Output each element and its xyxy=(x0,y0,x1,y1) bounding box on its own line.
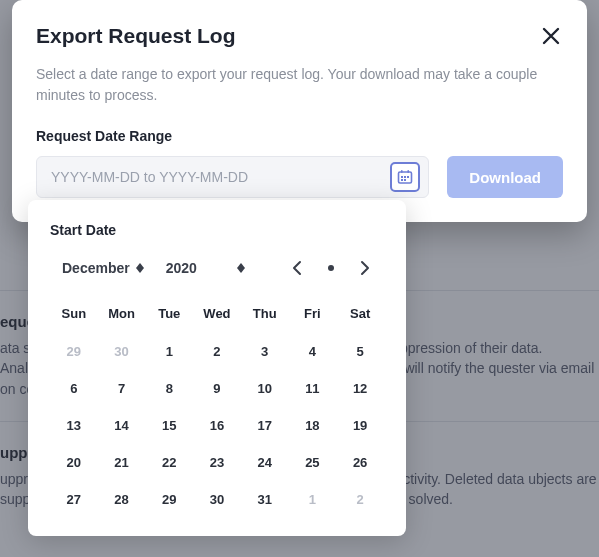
calendar-weekday: Wed xyxy=(193,298,241,333)
year-label: 2020 xyxy=(166,260,197,276)
datepicker-nav xyxy=(288,256,374,280)
modal-description: Select a date range to export your reque… xyxy=(36,64,563,106)
month-select[interactable]: December xyxy=(62,260,144,276)
next-month-button[interactable] xyxy=(356,256,374,280)
calendar-week-row: 293012345 xyxy=(50,333,384,370)
year-select[interactable]: 2020 xyxy=(166,260,245,276)
calendar-grid: SunMonTueWedThuFriSat 293012345678910111… xyxy=(50,298,384,518)
svg-rect-5 xyxy=(407,176,409,178)
sort-icon xyxy=(136,263,144,273)
close-icon xyxy=(541,26,561,46)
calendar-day[interactable]: 25 xyxy=(289,444,337,481)
calendar-day[interactable]: 13 xyxy=(50,407,98,444)
date-range-input[interactable] xyxy=(51,169,390,185)
prev-month-button[interactable] xyxy=(288,256,306,280)
calendar-day[interactable]: 15 xyxy=(145,407,193,444)
calendar-weekday: Sun xyxy=(50,298,98,333)
calendar-day[interactable]: 11 xyxy=(289,370,337,407)
export-modal: Export Request Log Select a date range t… xyxy=(12,0,587,222)
close-button[interactable] xyxy=(539,24,563,48)
month-label: December xyxy=(62,260,130,276)
calendar-day[interactable]: 8 xyxy=(145,370,193,407)
calendar-day[interactable]: 10 xyxy=(241,370,289,407)
calendar-weekday: Thu xyxy=(241,298,289,333)
svg-rect-1 xyxy=(401,170,403,173)
today-dot-icon[interactable] xyxy=(328,265,334,271)
calendar-day[interactable]: 12 xyxy=(336,370,384,407)
calendar-day[interactable]: 2 xyxy=(336,481,384,518)
calendar-weekday: Fri xyxy=(289,298,337,333)
calendar-day[interactable]: 6 xyxy=(50,370,98,407)
chevron-right-icon xyxy=(360,260,370,276)
calendar-day[interactable]: 21 xyxy=(98,444,146,481)
modal-title: Export Request Log xyxy=(36,24,236,48)
calendar-day[interactable]: 31 xyxy=(241,481,289,518)
input-row: Download xyxy=(36,156,563,198)
svg-rect-7 xyxy=(404,179,406,181)
date-range-label: Request Date Range xyxy=(36,128,563,144)
calendar-week-row: 6789101112 xyxy=(50,370,384,407)
calendar-icon xyxy=(397,169,413,185)
date-range-input-wrap xyxy=(36,156,429,198)
svg-rect-6 xyxy=(401,179,403,181)
datepicker-popover: Start Date December 2020 xyxy=(28,200,406,536)
calendar-day[interactable]: 7 xyxy=(98,370,146,407)
calendar-day[interactable]: 14 xyxy=(98,407,146,444)
svg-rect-4 xyxy=(404,176,406,178)
calendar-day[interactable]: 22 xyxy=(145,444,193,481)
calendar-day[interactable]: 27 xyxy=(50,481,98,518)
calendar-day[interactable]: 20 xyxy=(50,444,98,481)
calendar-day[interactable]: 28 xyxy=(98,481,146,518)
svg-rect-3 xyxy=(401,176,403,178)
calendar-week-row: 272829303112 xyxy=(50,481,384,518)
calendar-day[interactable]: 18 xyxy=(289,407,337,444)
datepicker-controls: December 2020 xyxy=(50,256,384,280)
modal-header: Export Request Log xyxy=(36,24,563,48)
download-button[interactable]: Download xyxy=(447,156,563,198)
calendar-day[interactable]: 2 xyxy=(193,333,241,370)
calendar-day[interactable]: 23 xyxy=(193,444,241,481)
calendar-button[interactable] xyxy=(390,162,420,192)
sort-icon xyxy=(237,263,245,273)
calendar-day[interactable]: 16 xyxy=(193,407,241,444)
calendar-weekday-row: SunMonTueWedThuFriSat xyxy=(50,298,384,333)
calendar-day[interactable]: 30 xyxy=(98,333,146,370)
calendar-day[interactable]: 4 xyxy=(289,333,337,370)
calendar-day[interactable]: 5 xyxy=(336,333,384,370)
calendar-weekday: Sat xyxy=(336,298,384,333)
calendar-day[interactable]: 3 xyxy=(241,333,289,370)
calendar-day[interactable]: 24 xyxy=(241,444,289,481)
calendar-day[interactable]: 26 xyxy=(336,444,384,481)
calendar-day[interactable]: 30 xyxy=(193,481,241,518)
calendar-weekday: Mon xyxy=(98,298,146,333)
calendar-weekday: Tue xyxy=(145,298,193,333)
calendar-day[interactable]: 1 xyxy=(289,481,337,518)
calendar-day[interactable]: 1 xyxy=(145,333,193,370)
svg-rect-2 xyxy=(408,170,410,173)
chevron-left-icon xyxy=(292,260,302,276)
calendar-day[interactable]: 29 xyxy=(145,481,193,518)
calendar-day[interactable]: 19 xyxy=(336,407,384,444)
datepicker-title: Start Date xyxy=(50,222,384,238)
calendar-week-row: 13141516171819 xyxy=(50,407,384,444)
calendar-day[interactable]: 17 xyxy=(241,407,289,444)
calendar-day[interactable]: 9 xyxy=(193,370,241,407)
calendar-week-row: 20212223242526 xyxy=(50,444,384,481)
calendar-day[interactable]: 29 xyxy=(50,333,98,370)
